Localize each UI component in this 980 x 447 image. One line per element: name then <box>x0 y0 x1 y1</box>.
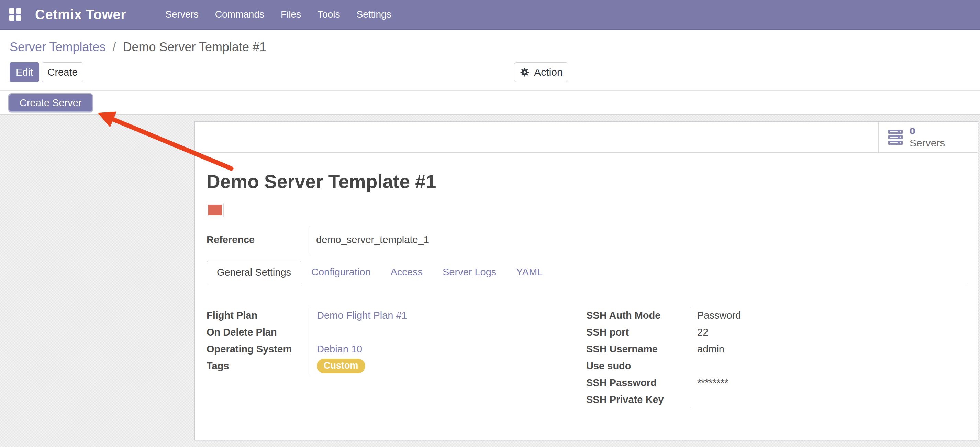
field-label-ssh-auth-mode: SSH Auth Mode <box>586 307 690 324</box>
tab-yaml[interactable]: YAML <box>506 261 552 284</box>
tag-badge-custom[interactable]: Custom <box>317 359 365 374</box>
field-label-ssh-private-key: SSH Private Key <box>586 391 690 408</box>
nav-item-commands[interactable]: Commands <box>214 7 266 22</box>
stat-label: Servers <box>910 137 945 149</box>
color-swatch <box>207 203 224 217</box>
form-view-background: 0 Servers Demo Server Template #1 Refere… <box>0 115 980 447</box>
field-label-on-delete-plan: On Delete Plan <box>207 324 310 341</box>
record-title: Demo Server Template #1 <box>207 171 966 193</box>
notebook-tabs: General Settings Configuration Access Se… <box>207 261 966 284</box>
brand-title: Cetmix Tower <box>35 7 126 22</box>
field-value-ssh-auth-mode: Password <box>690 307 966 324</box>
flight-plan-link[interactable]: Demo Flight Plan #1 <box>317 310 407 321</box>
sheet-body: Demo Server Template #1 Reference demo_s… <box>195 171 978 408</box>
top-navbar: Cetmix Tower Servers Commands Files Tool… <box>0 0 980 30</box>
field-label-reference: Reference <box>207 234 310 246</box>
field-label-operating-system: Operating System <box>207 341 310 358</box>
field-value-on-delete-plan <box>310 324 586 341</box>
field-value-reference: demo_server_template_1 <box>310 226 966 254</box>
field-value-tags: Custom <box>310 358 586 374</box>
nav-item-tools[interactable]: Tools <box>316 7 341 22</box>
breadcrumb-link-server-templates[interactable]: Server Templates <box>10 40 105 54</box>
color-swatch-fill <box>208 204 222 215</box>
action-button[interactable]: Action <box>514 62 568 82</box>
field-value-ssh-private-key <box>690 391 966 408</box>
field-value-flight-plan: Demo Flight Plan #1 <box>310 307 586 324</box>
field-value-operating-system: Debian 10 <box>310 341 586 358</box>
create-button[interactable]: Create <box>42 62 83 82</box>
nav-item-servers[interactable]: Servers <box>164 7 200 22</box>
stat-button-row: 0 Servers <box>195 122 978 153</box>
breadcrumb-current: Demo Server Template #1 <box>123 40 267 54</box>
tab-server-logs[interactable]: Server Logs <box>433 261 506 284</box>
tab-general-settings[interactable]: General Settings <box>207 261 301 284</box>
nav-menu: Servers Commands Files Tools Settings <box>164 7 392 22</box>
field-value-ssh-username: admin <box>690 341 966 358</box>
form-sheet: 0 Servers Demo Server Template #1 Refere… <box>194 121 978 441</box>
tab-page-general-settings: Flight Plan Demo Flight Plan #1 On Delet… <box>207 307 966 408</box>
field-label-ssh-port: SSH port <box>586 324 690 341</box>
nav-item-settings[interactable]: Settings <box>355 7 392 22</box>
nav-item-files[interactable]: Files <box>279 7 302 22</box>
field-label-ssh-username: SSH Username <box>586 341 690 358</box>
field-group-right: SSH Auth Mode Password SSH port 22 SSH U… <box>586 307 966 408</box>
reference-row: Reference demo_server_template_1 <box>207 226 966 254</box>
stat-text: 0 Servers <box>910 125 945 149</box>
field-value-ssh-password: ******** <box>690 374 966 391</box>
breadcrumb-separator: / <box>112 40 116 54</box>
tab-access[interactable]: Access <box>381 261 433 284</box>
statusbar: Create Server <box>0 91 980 115</box>
edit-button[interactable]: Edit <box>10 62 39 82</box>
servers-stack-icon <box>888 129 904 145</box>
field-label-ssh-password: SSH Password <box>586 374 690 391</box>
gear-icon <box>520 67 530 77</box>
field-value-ssh-port: 22 <box>690 324 966 341</box>
action-button-label: Action <box>534 66 563 78</box>
field-value-use-sudo <box>690 358 966 374</box>
operating-system-link[interactable]: Debian 10 <box>317 343 362 355</box>
tab-configuration[interactable]: Configuration <box>301 261 381 284</box>
breadcrumb: Server Templates / Demo Server Template … <box>10 40 266 54</box>
apps-grid-icon[interactable] <box>9 8 21 21</box>
field-label-use-sudo: Use sudo <box>586 358 690 374</box>
create-server-button[interactable]: Create Server <box>8 93 93 112</box>
field-label-flight-plan: Flight Plan <box>207 307 310 324</box>
servers-stat-button[interactable]: 0 Servers <box>878 122 978 152</box>
stat-count: 0 <box>910 125 945 137</box>
field-label-tags: Tags <box>207 358 310 374</box>
field-group-left: Flight Plan Demo Flight Plan #1 On Delet… <box>207 307 586 408</box>
